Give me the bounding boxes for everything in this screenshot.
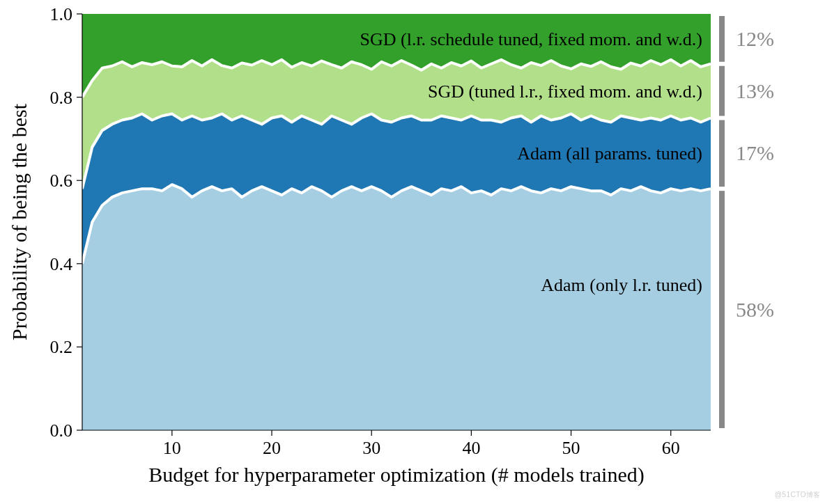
y-tick-label: 0.6 (50, 171, 73, 191)
y-tick-label: 0.8 (50, 88, 73, 108)
proportion-bar (719, 191, 725, 428)
stacked-area-chart: 0.00.20.40.60.81.0102030405060Budget for… (0, 0, 825, 504)
y-tick-label: 0.0 (50, 420, 73, 441)
x-tick-label: 20 (263, 438, 281, 458)
x-axis-label: Budget for hyperparameter optimization (… (148, 463, 644, 487)
proportion-pct: 17% (736, 141, 774, 164)
series-label: Adam (only l.r. tuned) (541, 275, 702, 295)
x-tick-label: 50 (562, 438, 580, 458)
proportion-bar (719, 120, 725, 187)
proportion-bar (719, 66, 725, 116)
area-band (82, 184, 711, 430)
proportion-pct: 58% (736, 298, 774, 321)
proportion-bar (719, 16, 725, 62)
series-label: Adam (all params. tuned) (517, 143, 702, 164)
series-label: SGD (tuned l.r., fixed mom. and w.d.) (428, 81, 702, 102)
proportion-pct: 12% (736, 27, 774, 50)
chart-container: 0.00.20.40.60.81.0102030405060Budget for… (0, 0, 825, 504)
x-tick-label: 40 (462, 438, 480, 458)
x-tick-label: 10 (163, 438, 181, 458)
watermark: @51CTO博客 (775, 490, 821, 500)
y-tick-label: 0.2 (50, 337, 73, 357)
y-tick-label: 0.4 (50, 254, 73, 274)
series-label: SGD (l.r. schedule tuned, fixed mom. and… (360, 29, 703, 49)
y-tick-label: 1.0 (50, 4, 73, 24)
proportion-pct: 13% (736, 79, 774, 102)
y-axis-label: Probability of being the best (8, 103, 31, 340)
x-tick-label: 30 (362, 438, 380, 458)
x-tick-label: 60 (662, 438, 680, 458)
